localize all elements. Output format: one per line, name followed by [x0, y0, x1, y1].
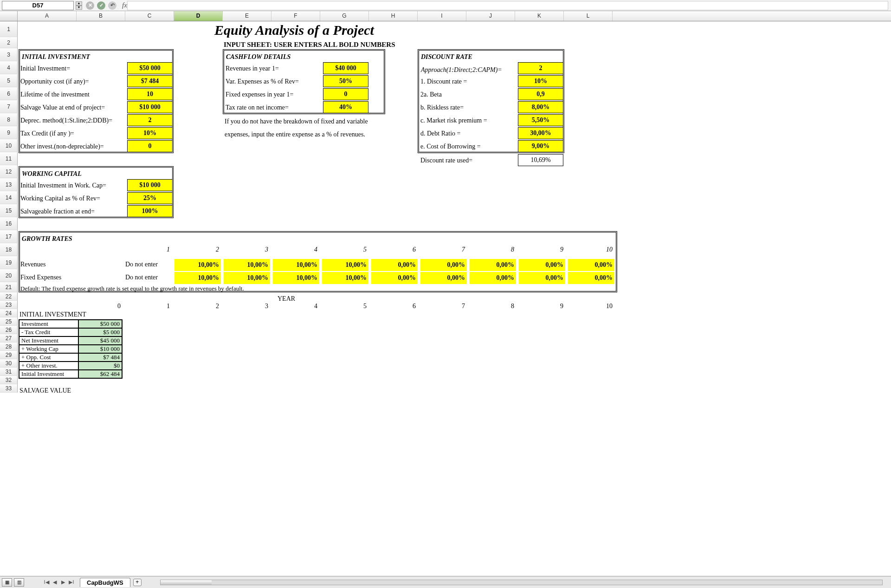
- row-header-32[interactable]: 32: [0, 376, 18, 384]
- year-9: 9: [519, 303, 563, 310]
- growth-rev-8[interactable]: 0,00%: [568, 259, 614, 271]
- row-header-17[interactable]: 17: [0, 230, 18, 243]
- col-header-K[interactable]: K: [515, 11, 564, 21]
- row-header-14[interactable]: 14: [0, 191, 18, 204]
- row-header-30[interactable]: 30: [0, 359, 18, 368]
- select-all-corner[interactable]: [0, 11, 18, 21]
- col-header-E[interactable]: E: [223, 11, 271, 21]
- growth-rev-2[interactable]: 10,00%: [273, 259, 319, 271]
- ii-input-2[interactable]: 10: [127, 88, 173, 100]
- growth-period-1: 2: [174, 246, 219, 253]
- growth-rev-0[interactable]: 10,00%: [174, 259, 221, 271]
- row-header-13[interactable]: 13: [0, 178, 18, 191]
- growth-fix-4[interactable]: 0,00%: [371, 272, 418, 284]
- row-header-22[interactable]: 22: [0, 292, 18, 301]
- row-header-33[interactable]: 33: [0, 384, 18, 393]
- row-header-21[interactable]: 21: [0, 282, 18, 292]
- dr-input-5[interactable]: 9,00%: [518, 140, 563, 152]
- row-header-24[interactable]: 24: [0, 309, 18, 317]
- dr-input-1[interactable]: 0,9: [518, 88, 563, 100]
- ii-input-1[interactable]: $7 484: [127, 75, 173, 87]
- growth-fix-0[interactable]: 10,00%: [174, 272, 221, 284]
- name-box[interactable]: D57: [2, 1, 74, 10]
- col-header-C[interactable]: C: [125, 11, 174, 21]
- row-header-1[interactable]: 1: [0, 21, 18, 37]
- fx-icon[interactable]: fx: [122, 1, 127, 9]
- wc-input-1[interactable]: 25%: [127, 192, 173, 204]
- growth-rev-5[interactable]: 0,00%: [420, 259, 467, 271]
- row-header-9[interactable]: 9: [0, 126, 18, 139]
- col-header-J[interactable]: J: [466, 11, 515, 21]
- growth-fix-1[interactable]: 10,00%: [224, 272, 270, 284]
- growth-period-8: 9: [519, 246, 563, 253]
- cf-label-3: Tax rate on net income=: [226, 104, 289, 111]
- row-header-16[interactable]: 16: [0, 217, 18, 230]
- row-header-27[interactable]: 27: [0, 334, 18, 342]
- row-header-4[interactable]: 4: [0, 61, 18, 74]
- row-header-12[interactable]: 12: [0, 165, 18, 178]
- cf-input-2[interactable]: 0: [323, 88, 368, 100]
- confirm-icon[interactable]: ✓: [97, 1, 105, 10]
- dr-input-3[interactable]: 5,50%: [518, 114, 563, 126]
- row-header-19[interactable]: 19: [0, 256, 18, 269]
- name-box-stepper[interactable]: ▲▼: [76, 1, 82, 10]
- row-header-26[interactable]: 26: [0, 326, 18, 334]
- growth-fix-7[interactable]: 0,00%: [519, 272, 565, 284]
- growth-rev-3[interactable]: 10,00%: [322, 259, 368, 271]
- ii-input-3[interactable]: $10 000: [127, 101, 173, 113]
- input-discount-approach[interactable]: 2: [518, 62, 563, 74]
- row-header-18[interactable]: 18: [0, 243, 18, 256]
- ii-input-4[interactable]: 2: [127, 114, 173, 126]
- col-header-H[interactable]: H: [369, 11, 418, 21]
- row-header-29[interactable]: 29: [0, 351, 18, 359]
- col-header-F[interactable]: F: [271, 11, 320, 21]
- row-header-10[interactable]: 10: [0, 139, 18, 152]
- cancel-icon[interactable]: ✕: [86, 1, 94, 10]
- dr-input-2[interactable]: 8,00%: [518, 101, 563, 113]
- cf-input-3[interactable]: 40%: [323, 101, 368, 113]
- row-header-11[interactable]: 11: [0, 152, 18, 165]
- history-icon[interactable]: ↶: [108, 1, 116, 10]
- col-header-I[interactable]: I: [418, 11, 466, 21]
- growth-fix-2[interactable]: 10,00%: [273, 272, 319, 284]
- row-header-6[interactable]: 6: [0, 87, 18, 100]
- row-header-23[interactable]: 23: [0, 301, 18, 309]
- row-header-5[interactable]: 5: [0, 74, 18, 87]
- row-header-28[interactable]: 28: [0, 342, 18, 351]
- col-header-A[interactable]: A: [18, 11, 77, 21]
- year-1: 1: [125, 303, 170, 310]
- col-header-L[interactable]: L: [564, 11, 613, 21]
- row-header-20[interactable]: 20: [0, 269, 18, 282]
- ii-input-5[interactable]: 10%: [127, 127, 173, 139]
- col-header-D[interactable]: D: [174, 11, 223, 21]
- row-header-8[interactable]: 8: [0, 113, 18, 126]
- dr-input-0[interactable]: 10%: [518, 75, 563, 87]
- growth-fix-8[interactable]: 0,00%: [568, 272, 614, 284]
- wc-input-0[interactable]: $10 000: [127, 179, 173, 191]
- row-header-2[interactable]: 2: [0, 37, 18, 48]
- growth-rev-4[interactable]: 0,00%: [371, 259, 418, 271]
- growth-rev-6[interactable]: 0,00%: [470, 259, 516, 271]
- growth-period-3: 4: [273, 246, 317, 253]
- ii-input-6[interactable]: 0: [127, 140, 173, 152]
- cf-input-0[interactable]: $40 000: [323, 62, 368, 74]
- ii-input-0[interactable]: $50 000: [127, 62, 173, 74]
- row-header-25[interactable]: 25: [0, 317, 18, 326]
- wc-input-2[interactable]: 100%: [127, 205, 173, 217]
- cf-input-1[interactable]: 50%: [323, 75, 368, 87]
- growth-fix-5[interactable]: 0,00%: [420, 272, 467, 284]
- formula-input[interactable]: [127, 1, 888, 10]
- row-header-3[interactable]: 3: [0, 48, 18, 61]
- col-header-G[interactable]: G: [320, 11, 369, 21]
- row-header-7[interactable]: 7: [0, 100, 18, 113]
- year-2: 2: [174, 303, 219, 310]
- growth-rev-1[interactable]: 10,00%: [224, 259, 270, 271]
- growth-fix-3[interactable]: 10,00%: [322, 272, 368, 284]
- sheet-grid[interactable]: 1234567891011121314151617181920212223242…: [0, 21, 891, 576]
- dr-input-4[interactable]: 30,00%: [518, 127, 563, 139]
- col-header-B[interactable]: B: [77, 11, 125, 21]
- growth-rev-7[interactable]: 0,00%: [519, 259, 565, 271]
- row-header-31[interactable]: 31: [0, 368, 18, 376]
- row-header-15[interactable]: 15: [0, 204, 18, 217]
- growth-fix-6[interactable]: 0,00%: [470, 272, 516, 284]
